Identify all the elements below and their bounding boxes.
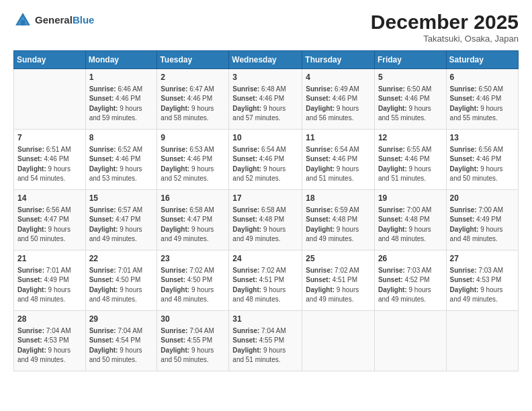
header: GeneralBlue December 2025 Takatsuki, Osa… <box>13 11 519 44</box>
calendar-cell: 12Sunrise: 6:55 AMSunset: 4:46 PMDayligh… <box>374 130 446 190</box>
day-number: 28 <box>17 314 82 325</box>
weekday-wednesday: Wednesday <box>229 51 302 69</box>
day-info: Sunrise: 7:02 AMSunset: 4:51 PMDaylight:… <box>306 266 371 305</box>
day-info: Sunrise: 6:58 AMSunset: 4:48 PMDaylight:… <box>232 205 298 244</box>
calendar-cell: 3Sunrise: 6:48 AMSunset: 4:46 PMDaylight… <box>229 69 302 130</box>
day-info: Sunrise: 6:55 AMSunset: 4:46 PMDaylight:… <box>378 145 443 184</box>
day-info: Sunrise: 7:02 AMSunset: 4:50 PMDaylight:… <box>161 266 225 305</box>
day-number: 8 <box>89 132 154 144</box>
weekday-tuesday: Tuesday <box>157 51 229 69</box>
day-info: Sunrise: 7:03 AMSunset: 4:52 PMDaylight:… <box>378 266 443 305</box>
day-info: Sunrise: 7:01 AMSunset: 4:50 PMDaylight:… <box>89 266 154 305</box>
day-number: 19 <box>378 193 443 204</box>
day-number: 16 <box>161 193 225 204</box>
day-info: Sunrise: 6:50 AMSunset: 4:46 PMDaylight:… <box>378 85 443 124</box>
day-info: Sunrise: 7:04 AMSunset: 4:55 PMDaylight:… <box>161 326 225 365</box>
day-number: 30 <box>161 314 225 325</box>
calendar-cell: 5Sunrise: 6:50 AMSunset: 4:46 PMDaylight… <box>374 69 446 130</box>
day-number: 20 <box>450 193 515 204</box>
weekday-friday: Friday <box>374 51 446 69</box>
calendar-cell: 19Sunrise: 7:00 AMSunset: 4:48 PMDayligh… <box>374 190 446 250</box>
calendar-cell: 29Sunrise: 7:04 AMSunset: 4:54 PMDayligh… <box>85 311 157 371</box>
day-number: 12 <box>378 132 443 144</box>
calendar-cell <box>374 311 446 371</box>
svg-rect-2 <box>21 20 25 26</box>
day-number: 21 <box>17 253 82 265</box>
calendar-cell: 9Sunrise: 6:53 AMSunset: 4:46 PMDaylight… <box>157 130 229 190</box>
calendar-cell: 27Sunrise: 7:03 AMSunset: 4:53 PMDayligh… <box>446 250 518 311</box>
day-number: 5 <box>378 72 443 83</box>
day-info: Sunrise: 6:51 AMSunset: 4:46 PMDaylight:… <box>17 145 82 184</box>
day-number: 31 <box>232 314 298 325</box>
day-number: 27 <box>450 253 515 265</box>
day-info: Sunrise: 7:04 AMSunset: 4:53 PMDaylight:… <box>17 326 82 365</box>
logo: GeneralBlue <box>13 11 94 30</box>
day-info: Sunrise: 6:49 AMSunset: 4:46 PMDaylight:… <box>306 85 371 124</box>
day-info: Sunrise: 7:02 AMSunset: 4:51 PMDaylight:… <box>232 266 298 305</box>
day-number: 11 <box>306 132 371 144</box>
day-number: 10 <box>232 132 298 144</box>
day-number: 26 <box>378 253 443 265</box>
day-info: Sunrise: 6:56 AMSunset: 4:46 PMDaylight:… <box>450 145 515 184</box>
calendar-week-4: 21Sunrise: 7:01 AMSunset: 4:49 PMDayligh… <box>14 250 519 311</box>
day-info: Sunrise: 7:04 AMSunset: 4:54 PMDaylight:… <box>89 326 154 365</box>
day-info: Sunrise: 6:50 AMSunset: 4:46 PMDaylight:… <box>450 85 515 124</box>
day-number: 25 <box>306 253 371 265</box>
day-number: 2 <box>161 72 225 83</box>
calendar-table: SundayMondayTuesdayWednesdayThursdayFrid… <box>13 50 519 371</box>
day-info: Sunrise: 6:53 AMSunset: 4:46 PMDaylight:… <box>161 145 225 184</box>
logo-text: GeneralBlue <box>35 14 94 26</box>
day-number: 9 <box>161 132 225 144</box>
day-info: Sunrise: 7:01 AMSunset: 4:49 PMDaylight:… <box>17 266 82 305</box>
calendar-cell <box>446 311 518 371</box>
day-info: Sunrise: 7:00 AMSunset: 4:48 PMDaylight:… <box>378 205 443 244</box>
logo-blue: Blue <box>73 14 95 26</box>
day-info: Sunrise: 7:00 AMSunset: 4:49 PMDaylight:… <box>450 205 515 244</box>
weekday-header-row: SundayMondayTuesdayWednesdayThursdayFrid… <box>14 51 519 69</box>
calendar-cell: 20Sunrise: 7:00 AMSunset: 4:49 PMDayligh… <box>446 190 518 250</box>
day-info: Sunrise: 7:04 AMSunset: 4:55 PMDaylight:… <box>232 326 298 365</box>
calendar-cell: 22Sunrise: 7:01 AMSunset: 4:50 PMDayligh… <box>85 250 157 311</box>
day-number: 24 <box>232 253 298 265</box>
day-info: Sunrise: 6:56 AMSunset: 4:47 PMDaylight:… <box>17 205 82 244</box>
day-info: Sunrise: 6:46 AMSunset: 4:46 PMDaylight:… <box>89 85 154 124</box>
calendar-cell: 17Sunrise: 6:58 AMSunset: 4:48 PMDayligh… <box>229 190 302 250</box>
month-title: December 2025 <box>371 11 519 34</box>
location: Takatsuki, Osaka, Japan <box>371 34 519 44</box>
weekday-sunday: Sunday <box>14 51 86 69</box>
calendar-week-1: 1Sunrise: 6:46 AMSunset: 4:46 PMDaylight… <box>14 69 519 130</box>
calendar-cell: 31Sunrise: 7:04 AMSunset: 4:55 PMDayligh… <box>229 311 302 371</box>
weekday-thursday: Thursday <box>302 51 375 69</box>
calendar-cell: 6Sunrise: 6:50 AMSunset: 4:46 PMDaylight… <box>446 69 518 130</box>
calendar-cell: 7Sunrise: 6:51 AMSunset: 4:46 PMDaylight… <box>14 130 86 190</box>
weekday-saturday: Saturday <box>446 51 518 69</box>
logo-general: General <box>35 14 73 26</box>
day-info: Sunrise: 6:54 AMSunset: 4:46 PMDaylight:… <box>232 145 298 184</box>
day-number: 4 <box>306 72 371 83</box>
page: GeneralBlue December 2025 Takatsuki, Osa… <box>0 0 532 411</box>
weekday-monday: Monday <box>85 51 157 69</box>
calendar-cell: 18Sunrise: 6:59 AMSunset: 4:48 PMDayligh… <box>302 190 375 250</box>
day-info: Sunrise: 6:59 AMSunset: 4:48 PMDaylight:… <box>306 205 371 244</box>
calendar-cell: 21Sunrise: 7:01 AMSunset: 4:49 PMDayligh… <box>14 250 86 311</box>
calendar-week-3: 14Sunrise: 6:56 AMSunset: 4:47 PMDayligh… <box>14 190 519 250</box>
calendar-cell: 24Sunrise: 7:02 AMSunset: 4:51 PMDayligh… <box>229 250 302 311</box>
calendar-cell: 4Sunrise: 6:49 AMSunset: 4:46 PMDaylight… <box>302 69 375 130</box>
calendar-cell: 11Sunrise: 6:54 AMSunset: 4:46 PMDayligh… <box>302 130 375 190</box>
calendar-cell: 15Sunrise: 6:57 AMSunset: 4:47 PMDayligh… <box>85 190 157 250</box>
logo-icon <box>13 11 32 30</box>
calendar-cell: 23Sunrise: 7:02 AMSunset: 4:50 PMDayligh… <box>157 250 229 311</box>
calendar-cell: 14Sunrise: 6:56 AMSunset: 4:47 PMDayligh… <box>14 190 86 250</box>
day-number: 29 <box>89 314 154 325</box>
calendar-cell: 2Sunrise: 6:47 AMSunset: 4:46 PMDaylight… <box>157 69 229 130</box>
calendar-cell: 1Sunrise: 6:46 AMSunset: 4:46 PMDaylight… <box>85 69 157 130</box>
calendar-week-5: 28Sunrise: 7:04 AMSunset: 4:53 PMDayligh… <box>14 311 519 371</box>
calendar-cell: 8Sunrise: 6:52 AMSunset: 4:46 PMDaylight… <box>85 130 157 190</box>
day-number: 22 <box>89 253 154 265</box>
day-number: 23 <box>161 253 225 265</box>
day-number: 1 <box>89 72 154 83</box>
day-info: Sunrise: 6:54 AMSunset: 4:46 PMDaylight:… <box>306 145 371 184</box>
day-info: Sunrise: 6:58 AMSunset: 4:47 PMDaylight:… <box>161 205 225 244</box>
day-number: 15 <box>89 193 154 204</box>
calendar-cell: 30Sunrise: 7:04 AMSunset: 4:55 PMDayligh… <box>157 311 229 371</box>
